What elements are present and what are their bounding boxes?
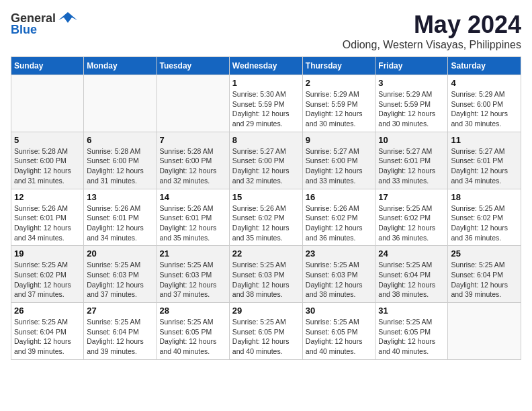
- day-number: 24: [378, 248, 445, 259]
- day-number: 5: [14, 135, 81, 145]
- calendar-cell: 12Sunrise: 5:26 AMSunset: 6:01 PMDayligh…: [11, 189, 84, 246]
- weekday-header-tuesday: Tuesday: [157, 57, 229, 75]
- calendar-cell: 18Sunrise: 5:25 AMSunset: 6:02 PMDayligh…: [448, 189, 521, 246]
- day-info: Sunrise: 5:25 AMSunset: 6:05 PMDaylight:…: [306, 317, 373, 357]
- day-number: 13: [87, 192, 153, 202]
- weekday-header-thursday: Thursday: [302, 57, 375, 75]
- day-number: 4: [451, 78, 518, 88]
- day-info: Sunrise: 5:29 AMSunset: 5:59 PMDaylight:…: [306, 89, 373, 129]
- day-number: 10: [378, 135, 445, 145]
- calendar-cell: 19Sunrise: 5:25 AMSunset: 6:02 PMDayligh…: [11, 246, 84, 303]
- calendar-cell: [11, 75, 84, 132]
- calendar-cell: 3Sunrise: 5:29 AMSunset: 5:59 PMDaylight…: [375, 75, 448, 132]
- day-info: Sunrise: 5:29 AMSunset: 6:00 PMDaylight:…: [451, 89, 518, 129]
- calendar-cell: 28Sunrise: 5:25 AMSunset: 6:05 PMDayligh…: [157, 303, 229, 360]
- day-number: 8: [232, 135, 300, 145]
- calendar-cell: [157, 75, 229, 132]
- day-number: 31: [378, 306, 445, 316]
- day-info: Sunrise: 5:26 AMSunset: 6:01 PMDaylight:…: [160, 203, 226, 243]
- svg-marker-0: [58, 12, 77, 23]
- weekday-header-sunday: Sunday: [11, 57, 84, 75]
- weekday-header-friday: Friday: [375, 57, 448, 75]
- calendar-cell: 8Sunrise: 5:27 AMSunset: 6:00 PMDaylight…: [229, 132, 302, 189]
- calendar-cell: 27Sunrise: 5:25 AMSunset: 6:04 PMDayligh…: [84, 303, 157, 360]
- day-info: Sunrise: 5:26 AMSunset: 6:01 PMDaylight:…: [14, 203, 81, 243]
- day-info: Sunrise: 5:25 AMSunset: 6:03 PMDaylight:…: [87, 260, 153, 300]
- calendar-cell: 20Sunrise: 5:25 AMSunset: 6:03 PMDayligh…: [84, 246, 157, 303]
- day-info: Sunrise: 5:25 AMSunset: 6:03 PMDaylight:…: [232, 260, 300, 300]
- calendar-cell: 11Sunrise: 5:27 AMSunset: 6:01 PMDayligh…: [448, 132, 521, 189]
- calendar-cell: 30Sunrise: 5:25 AMSunset: 6:05 PMDayligh…: [302, 303, 375, 360]
- day-number: 6: [87, 135, 153, 145]
- calendar-cell: 16Sunrise: 5:26 AMSunset: 6:02 PMDayligh…: [302, 189, 375, 246]
- day-info: Sunrise: 5:30 AMSunset: 5:59 PMDaylight:…: [232, 89, 300, 129]
- day-number: 9: [306, 135, 373, 145]
- calendar-cell: 22Sunrise: 5:25 AMSunset: 6:03 PMDayligh…: [229, 246, 302, 303]
- calendar-cell: 24Sunrise: 5:25 AMSunset: 6:04 PMDayligh…: [375, 246, 448, 303]
- weekday-header-wednesday: Wednesday: [229, 57, 302, 75]
- day-info: Sunrise: 5:25 AMSunset: 6:05 PMDaylight:…: [160, 317, 226, 357]
- header: General Blue May 2024 Odiong, Western Vi…: [11, 11, 521, 51]
- calendar-cell: 23Sunrise: 5:25 AMSunset: 6:03 PMDayligh…: [302, 246, 375, 303]
- day-number: 19: [14, 248, 81, 259]
- calendar-cell: 9Sunrise: 5:27 AMSunset: 6:00 PMDaylight…: [302, 132, 375, 189]
- calendar-cell: 4Sunrise: 5:29 AMSunset: 6:00 PMDaylight…: [448, 75, 521, 132]
- calendar-cell: 26Sunrise: 5:25 AMSunset: 6:04 PMDayligh…: [11, 303, 84, 360]
- title-area: May 2024 Odiong, Western Visayas, Philip…: [343, 11, 521, 51]
- day-info: Sunrise: 5:25 AMSunset: 6:04 PMDaylight:…: [14, 317, 81, 357]
- logo-blue-text: Blue: [11, 23, 37, 37]
- day-info: Sunrise: 5:25 AMSunset: 6:04 PMDaylight:…: [378, 260, 445, 300]
- calendar-cell: 10Sunrise: 5:27 AMSunset: 6:01 PMDayligh…: [375, 132, 448, 189]
- day-info: Sunrise: 5:29 AMSunset: 5:59 PMDaylight:…: [378, 89, 445, 129]
- day-info: Sunrise: 5:27 AMSunset: 6:01 PMDaylight:…: [451, 146, 518, 186]
- calendar-cell: 5Sunrise: 5:28 AMSunset: 6:00 PMDaylight…: [11, 132, 84, 189]
- calendar-cell: 1Sunrise: 5:30 AMSunset: 5:59 PMDaylight…: [229, 75, 302, 132]
- weekday-header-monday: Monday: [84, 57, 157, 75]
- day-number: 21: [160, 248, 226, 259]
- day-info: Sunrise: 5:25 AMSunset: 6:02 PMDaylight:…: [451, 203, 518, 243]
- day-info: Sunrise: 5:27 AMSunset: 6:00 PMDaylight:…: [306, 146, 373, 186]
- day-number: 25: [451, 248, 518, 259]
- calendar-cell: 31Sunrise: 5:25 AMSunset: 6:05 PMDayligh…: [375, 303, 448, 360]
- logo: General Blue: [11, 11, 77, 37]
- day-info: Sunrise: 5:25 AMSunset: 6:02 PMDaylight:…: [378, 203, 445, 243]
- day-info: Sunrise: 5:28 AMSunset: 6:00 PMDaylight:…: [14, 146, 81, 186]
- location-title: Odiong, Western Visayas, Philippines: [343, 39, 521, 51]
- calendar-cell: 25Sunrise: 5:25 AMSunset: 6:04 PMDayligh…: [448, 246, 521, 303]
- day-number: 30: [306, 306, 373, 316]
- calendar-table: SundayMondayTuesdayWednesdayThursdayFrid…: [11, 56, 521, 360]
- day-info: Sunrise: 5:28 AMSunset: 6:00 PMDaylight:…: [160, 146, 226, 186]
- day-number: 26: [14, 306, 81, 316]
- calendar-cell: 29Sunrise: 5:25 AMSunset: 6:05 PMDayligh…: [229, 303, 302, 360]
- day-info: Sunrise: 5:27 AMSunset: 6:00 PMDaylight:…: [232, 146, 300, 186]
- calendar-cell: 15Sunrise: 5:26 AMSunset: 6:02 PMDayligh…: [229, 189, 302, 246]
- day-number: 22: [232, 248, 300, 259]
- calendar-cell: 6Sunrise: 5:28 AMSunset: 6:00 PMDaylight…: [84, 132, 157, 189]
- calendar-cell: 7Sunrise: 5:28 AMSunset: 6:00 PMDaylight…: [157, 132, 229, 189]
- day-info: Sunrise: 5:26 AMSunset: 6:02 PMDaylight:…: [306, 203, 373, 243]
- day-number: 20: [87, 248, 153, 259]
- day-number: 17: [378, 192, 445, 202]
- calendar-cell: 17Sunrise: 5:25 AMSunset: 6:02 PMDayligh…: [375, 189, 448, 246]
- day-number: 7: [160, 135, 226, 145]
- day-number: 3: [378, 78, 445, 88]
- day-number: 15: [232, 192, 300, 202]
- day-number: 14: [160, 192, 226, 202]
- day-info: Sunrise: 5:25 AMSunset: 6:03 PMDaylight:…: [306, 260, 373, 300]
- day-info: Sunrise: 5:25 AMSunset: 6:05 PMDaylight:…: [232, 317, 300, 357]
- month-title: May 2024: [343, 11, 521, 39]
- day-number: 2: [306, 78, 373, 88]
- day-info: Sunrise: 5:25 AMSunset: 6:04 PMDaylight:…: [451, 260, 518, 300]
- calendar-cell: 13Sunrise: 5:26 AMSunset: 6:01 PMDayligh…: [84, 189, 157, 246]
- day-info: Sunrise: 5:25 AMSunset: 6:05 PMDaylight:…: [378, 317, 445, 357]
- day-number: 27: [87, 306, 153, 316]
- day-number: 1: [232, 78, 300, 88]
- calendar-cell: 14Sunrise: 5:26 AMSunset: 6:01 PMDayligh…: [157, 189, 229, 246]
- logo-bird-icon: [58, 11, 77, 26]
- day-info: Sunrise: 5:26 AMSunset: 6:01 PMDaylight:…: [87, 203, 153, 243]
- weekday-header-saturday: Saturday: [448, 57, 521, 75]
- day-number: 16: [306, 192, 373, 202]
- day-info: Sunrise: 5:25 AMSunset: 6:04 PMDaylight:…: [87, 317, 153, 357]
- day-info: Sunrise: 5:26 AMSunset: 6:02 PMDaylight:…: [232, 203, 300, 243]
- calendar-cell: [84, 75, 157, 132]
